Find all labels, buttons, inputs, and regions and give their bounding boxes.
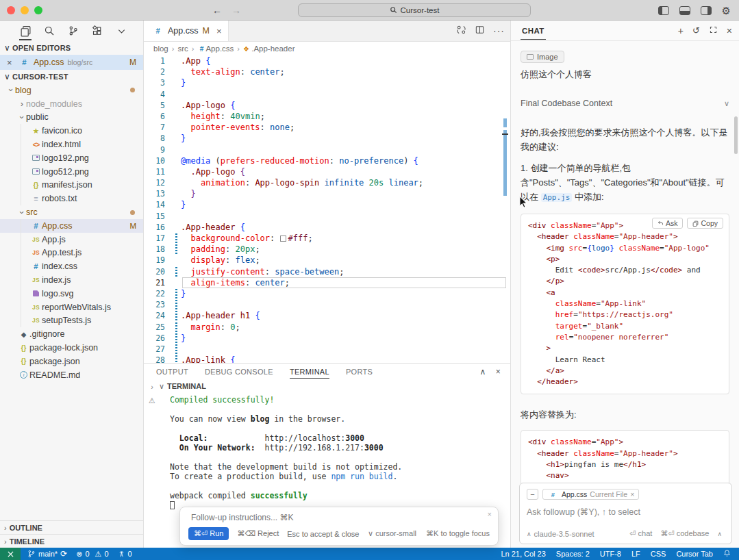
new-chat-plus-icon[interactable]: + xyxy=(678,25,684,36)
tree-item-setuptests-js[interactable]: JSsetupTests.js xyxy=(0,314,143,328)
code-line-4[interactable]: 4 xyxy=(144,89,510,100)
code-line-25[interactable]: 25 margin: 0; xyxy=(144,322,510,333)
timeline-section[interactable]: › TIMELINE xyxy=(0,534,143,548)
code-line-24[interactable]: 24.App-header h1 { xyxy=(144,310,510,321)
model-select[interactable]: ∨ cursor-small xyxy=(368,529,416,538)
tree-item-readme-md[interactable]: iREADME.md xyxy=(0,368,143,382)
toggle-panel-icon[interactable] xyxy=(679,6,690,15)
terminal-section-header[interactable]: ∨ TERMINAL xyxy=(144,380,510,392)
status-item-lf[interactable]: LF xyxy=(631,550,640,558)
reject-button[interactable]: ⌘⌫ Reject xyxy=(237,529,279,538)
source-control-icon[interactable] xyxy=(64,22,82,40)
model-selector[interactable]: claude-3.5-sonnet xyxy=(534,530,594,538)
tree-item-favicon-ico[interactable]: ★favicon.ico xyxy=(0,124,143,138)
submit-chat-hint[interactable]: ⏎ chat xyxy=(629,529,652,538)
settings-gear-icon[interactable]: ⚙ xyxy=(722,5,731,16)
code-line-7[interactable]: 7 pointer-events: none; xyxy=(144,122,510,133)
tree-item-blog[interactable]: ›blog xyxy=(0,84,143,97)
run-button[interactable]: ⌘⏎ Run xyxy=(188,527,229,540)
breadcrumb[interactable]: blog›src›#App.css›❖ .App-header xyxy=(144,42,510,55)
chevron-up-icon[interactable]: ∧ xyxy=(717,531,722,537)
status-item-css[interactable]: CSS xyxy=(651,550,666,558)
panel-tab-output[interactable]: OUTPUT xyxy=(156,368,188,376)
tree-item-node-modules[interactable]: ›node_modules xyxy=(0,97,143,111)
tab-appcss[interactable]: # App.css M × xyxy=(144,21,229,41)
breadcrumb-item-app-css[interactable]: #App.css xyxy=(197,44,234,53)
codebase-context-row[interactable]: Final Codebase Context ∨ xyxy=(521,99,729,108)
tree-item-logo192-png[interactable]: logo192.png xyxy=(0,151,143,165)
context-file-chip[interactable]: # App.css Current File × xyxy=(542,489,639,500)
close-tab-icon[interactable]: × xyxy=(216,26,222,36)
explorer-icon[interactable] xyxy=(16,22,34,40)
code-line-18[interactable]: 18 padding: 20px; xyxy=(144,244,510,255)
tree-item-package-json[interactable]: {}package.json xyxy=(0,355,143,368)
tree-item-package-lock-json[interactable]: {}package-lock.json xyxy=(0,341,143,355)
code-line-21[interactable]: 21 align-items: center; xyxy=(144,277,510,288)
search-icon[interactable] xyxy=(40,22,58,40)
tab-chat[interactable]: CHAT xyxy=(521,22,546,40)
code-line-11[interactable]: 11 .App-logo { xyxy=(144,166,510,177)
more-actions-icon[interactable]: ··· xyxy=(493,25,505,36)
close-icon[interactable]: × xyxy=(630,490,634,498)
code-line-19[interactable]: 19 display: flex; xyxy=(144,255,510,266)
chat-scrollbar[interactable] xyxy=(734,116,738,154)
tree-item-index-js[interactable]: JSindex.js xyxy=(0,273,143,287)
image-attachment-chip[interactable]: Image xyxy=(521,51,564,63)
code-line-17[interactable]: 17 background-color: #fff; xyxy=(144,233,510,244)
code-line-10[interactable]: 10@media (prefers-reduced-motion: no-pre… xyxy=(144,155,510,166)
close-icon[interactable]: × xyxy=(488,510,492,518)
tree-item-manifest-json[interactable]: {}manifest.json xyxy=(0,179,143,192)
code-line-14[interactable]: 14} xyxy=(144,199,510,210)
code-line-23[interactable]: 23 xyxy=(144,299,510,310)
tree-item-src[interactable]: ›src xyxy=(0,205,143,219)
zoom-window-button[interactable] xyxy=(34,6,42,14)
open-editors-header[interactable]: ∨ OPEN EDITORS xyxy=(0,41,143,55)
open-editor-item-appcss[interactable]: × # App.css blog/src M xyxy=(0,55,143,70)
tree-item-app-test-js[interactable]: JSApp.test.js xyxy=(0,246,143,260)
code-line-12[interactable]: 12 animation: App-logo-spin infinite 20s… xyxy=(144,177,510,188)
code-editor[interactable]: 1.App {2 text-align: center;3}45.App-log… xyxy=(144,55,510,363)
tree-item-logo512-png[interactable]: logo512.png xyxy=(0,165,143,179)
code-line-8[interactable]: 8} xyxy=(144,133,510,144)
status-item-cursor-tab[interactable]: Cursor Tab xyxy=(676,550,713,558)
command-center-search[interactable]: Cursor-test xyxy=(298,3,531,17)
status-item-utf-8[interactable]: UTF-8 xyxy=(600,550,621,558)
ports-item[interactable]: 0 xyxy=(118,550,132,558)
minimize-window-button[interactable] xyxy=(21,6,29,14)
copy-button[interactable]: Copy xyxy=(687,218,723,229)
tree-item-reportwebvitals-js[interactable]: JSreportWebVitals.js xyxy=(0,301,143,314)
tree-item-public[interactable]: ›public xyxy=(0,111,143,125)
status-item-spaces-2[interactable]: Spaces: 2 xyxy=(556,550,590,558)
close-icon[interactable]: × xyxy=(7,58,15,68)
expand-icon[interactable] xyxy=(709,25,718,36)
panel-tab-terminal[interactable]: TERMINAL xyxy=(290,368,329,379)
code-line-27[interactable]: 27 xyxy=(144,344,510,355)
code-line-5[interactable]: 5.App-logo { xyxy=(144,100,510,111)
code-line-22[interactable]: 22} xyxy=(144,288,510,299)
code-line-13[interactable]: 13 } xyxy=(144,188,510,199)
breadcrumb-item-src[interactable]: src xyxy=(177,44,188,53)
tree-item-robots-txt[interactable]: ≡robots.txt xyxy=(0,192,143,205)
code-line-1[interactable]: 1.App { xyxy=(144,55,510,66)
chat-input-box[interactable]: − # App.css Current File × Ask followup … xyxy=(519,483,732,544)
nav-forward-icon[interactable]: → xyxy=(231,5,241,16)
code-line-9[interactable]: 9 xyxy=(144,144,510,155)
code-line-28[interactable]: 28.App-link { xyxy=(144,355,510,363)
remove-context-button[interactable]: − xyxy=(527,489,538,500)
git-branch-item[interactable]: main* ⟳ xyxy=(27,549,67,559)
nav-back-icon[interactable]: ← xyxy=(212,5,222,16)
outline-section[interactable]: › OUTLINE xyxy=(0,520,143,534)
chevron-down-icon[interactable] xyxy=(112,22,130,40)
open-changes-icon[interactable] xyxy=(456,25,466,38)
chevron-right-icon[interactable]: › xyxy=(151,383,153,391)
toggle-secondary-sidebar-icon[interactable] xyxy=(701,6,712,15)
ask-button[interactable]: Ask xyxy=(652,218,684,229)
remote-indicator[interactable] xyxy=(0,548,21,560)
close-icon[interactable]: × xyxy=(727,25,732,36)
panel-tab-debug-console[interactable]: DEBUG CONSOLE xyxy=(205,368,273,376)
inline-code-appjs[interactable]: App.js xyxy=(541,193,573,202)
breadcrumb-item--app-header[interactable]: ❖ .App-header xyxy=(243,44,295,53)
close-window-button[interactable] xyxy=(7,6,15,14)
tree-item-index-css[interactable]: #index.css xyxy=(0,259,143,273)
tree-item-index-html[interactable]: <>index.html xyxy=(0,138,143,151)
